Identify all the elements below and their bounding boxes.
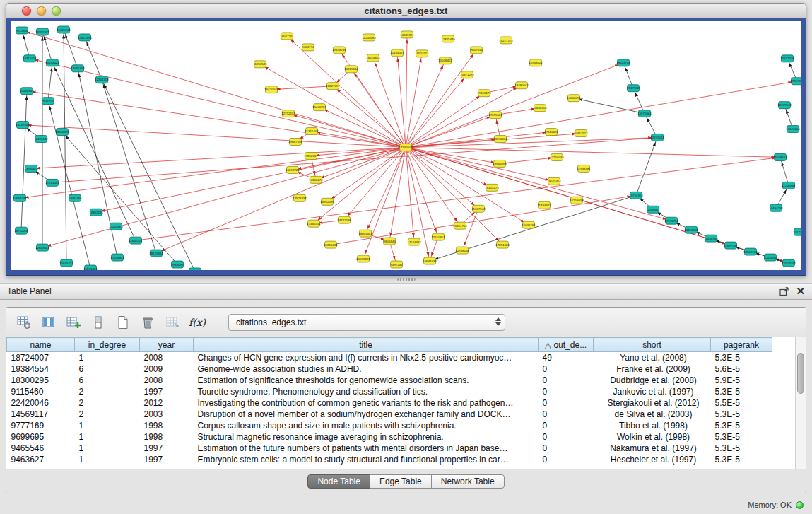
network-edge[interactable] [406,35,407,148]
tab-node-table[interactable]: Node Table [307,474,370,489]
vertical-scrollbar[interactable] [795,337,806,469]
table-row[interactable]: 1830029562008Estimation of significance … [7,375,772,386]
network-edge[interactable] [406,147,554,181]
tab-network-table[interactable]: Network Table [431,474,505,489]
table-toolbar: f(x) citations_edges.txt [6,308,806,337]
table-row[interactable]: 1456911722003Disruption of a novel membe… [7,409,772,420]
network-edge[interactable] [406,81,797,148]
network-edge[interactable] [42,147,406,247]
table-row[interactable]: 946362711997Embryonic stem cells: a mode… [7,454,772,465]
network-edge[interactable] [319,107,406,148]
network-canvas[interactable]: 1724050318524551121045071661862410225544… [11,21,801,270]
network-edge[interactable] [397,53,406,148]
select-columns-icon[interactable] [40,313,58,332]
network-edge[interactable] [636,138,657,196]
network-edge[interactable] [406,54,422,148]
network-edge[interactable] [365,147,406,233]
network-node-label: 19412175 [477,91,491,95]
cell-name: 19384554 [7,363,75,375]
table-selector-dropdown[interactable]: citations_edges.txt [228,314,505,331]
network-edge[interactable] [271,86,333,90]
network-edge[interactable] [780,157,789,185]
network-edge[interactable] [64,30,78,69]
close-window-button[interactable] [22,6,31,16]
network-edge[interactable] [574,98,645,114]
cell-pagerank: 5.3E-5 [711,420,772,431]
network-edge[interactable] [31,147,406,168]
network-node-label: 18217174 [499,39,513,42]
network-node-label: 11662217 [129,239,143,243]
column-header-pagerank[interactable]: pagerank [711,338,772,352]
network-edge[interactable] [406,147,671,221]
column-header-in_degree[interactable]: in_degree [75,338,140,352]
column-header-short[interactable]: short [594,338,711,352]
add-column-icon[interactable] [64,313,83,332]
network-edge[interactable] [406,147,500,163]
function-builder-icon[interactable]: f(x) [188,313,206,332]
network-edge[interactable] [406,147,414,242]
network-edge[interactable] [20,147,406,198]
network-edge[interactable] [339,50,406,148]
import-table-icon[interactable] [163,313,182,332]
network-edge[interactable] [102,80,195,270]
cell-name: 22420046 [7,397,75,409]
network-edge[interactable] [406,138,657,148]
zoom-window-button[interactable] [52,6,61,16]
tab-edge-table[interactable]: Edge Table [370,474,432,489]
cell-out_degree: 0 [539,409,594,420]
network-node-label: 9934082 [171,263,184,267]
table-row[interactable]: 1938455462009Genome-wide association stu… [7,363,772,375]
new-file-icon[interactable] [114,313,132,332]
network-edge[interactable] [406,50,476,148]
network-window-titlebar[interactable]: citations_edges.txt [6,3,806,18]
network-edge[interactable] [462,209,478,250]
network-edge[interactable] [389,147,406,241]
network-edge[interactable] [23,125,406,148]
network-node-label: 11938387 [577,167,591,170]
float-panel-icon[interactable] [779,287,789,296]
cell-short: Tibbo et al. (1998) [594,420,711,431]
close-panel-icon[interactable]: ✕ [796,286,805,296]
network-edge[interactable] [48,63,52,101]
network-edge[interactable] [21,91,27,230]
network-edge[interactable] [314,147,406,223]
scrollbar-thumb[interactable] [797,353,804,394]
network-node-label: 18643794 [616,61,630,64]
network-node-label: 12752152 [281,112,295,115]
network-node-label: 18003041 [358,232,372,235]
network-edge[interactable] [311,147,406,156]
network-edge[interactable] [500,157,557,163]
network-edge[interactable] [406,147,529,225]
network-edge[interactable] [156,147,406,253]
row-height-icon[interactable] [89,313,107,332]
network-edge[interactable] [64,30,66,263]
delete-icon[interactable] [139,313,157,332]
network-edge[interactable] [331,195,636,245]
minimize-window-button[interactable] [37,6,46,16]
column-header-title[interactable]: title [194,338,539,352]
table-mode-icon[interactable] [15,313,33,332]
network-node-label: 19381246 [89,211,103,214]
column-header-year[interactable]: year [140,338,194,352]
network-node-label: 9245603 [764,256,777,259]
table-row[interactable]: 977716911998Corpus callosum shape and si… [7,420,772,431]
panel-splitter[interactable] [0,276,812,283]
memory-status-icon[interactable] [796,501,804,509]
table-row[interactable]: 2242004622012Investigating the contribut… [7,397,772,409]
network-node-label: 12279011 [650,136,664,139]
network-edge[interactable] [42,32,52,63]
network-node-label: 10360272 [309,178,323,182]
memory-status-label: Memory: OK [748,501,792,509]
table-row[interactable]: 911546021997Tourette syndrome. Phenomeno… [7,386,772,397]
table-row[interactable]: 969969511998Structural magnetic resonanc… [7,431,772,443]
network-edge[interactable] [22,30,406,148]
table-row[interactable]: 1872400712008Changes of HCN gene express… [7,352,772,363]
network-node-label: 12104507 [390,51,404,54]
table-row[interactable]: 946554611997Estimation of the future num… [7,443,772,454]
cell-year: 1997 [140,443,194,454]
network-edge[interactable] [22,30,30,59]
network-node-label: 16259038 [570,199,584,202]
network-node-label: 9852914 [470,48,483,52]
column-header-out_degree[interactable]: △ out_de... [539,338,594,352]
column-header-name[interactable]: name [7,338,75,352]
